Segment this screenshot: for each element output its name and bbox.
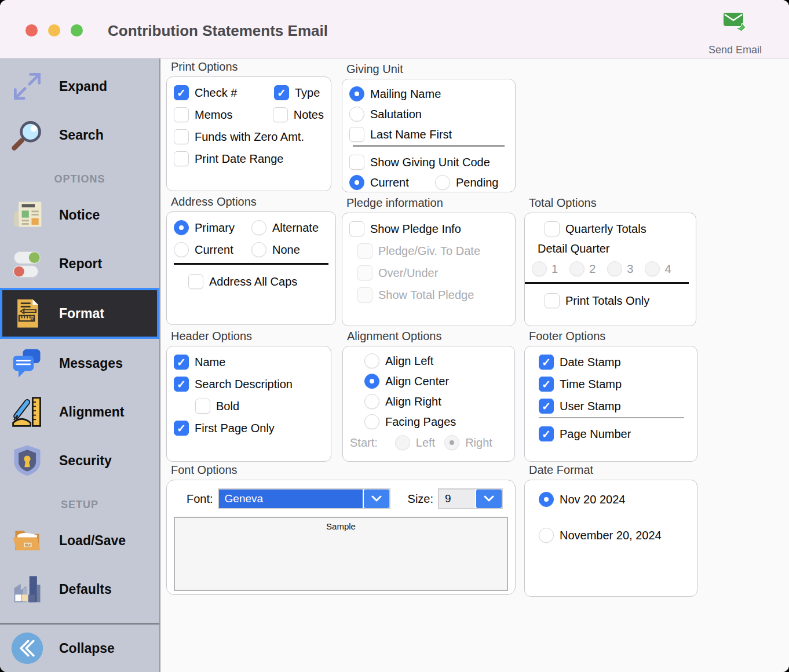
newspaper-icon	[8, 196, 46, 234]
radio-label: Pending	[456, 176, 498, 189]
sidebar-item-label: Format	[59, 306, 104, 322]
factory-chart-icon	[8, 570, 46, 608]
radio-pending-unit[interactable]	[435, 175, 450, 190]
radio-quarter-3[interactable]	[607, 261, 622, 276]
radio-date-long[interactable]	[539, 528, 554, 543]
send-email-icon	[722, 10, 748, 36]
radio-start-left[interactable]	[395, 435, 410, 450]
checkbox-search-description[interactable]: ✓	[174, 377, 189, 392]
sidebar-item-notice[interactable]: Notice	[0, 191, 159, 239]
checkbox-label: Search Description	[195, 378, 293, 391]
checkbox-bold[interactable]: ✓	[195, 399, 210, 414]
radio-align-left[interactable]	[364, 353, 379, 368]
checkbox-check-num[interactable]: ✓	[174, 85, 189, 100]
folder-icon	[8, 521, 46, 560]
radio-none-address[interactable]	[251, 242, 266, 257]
sidebar-item-format[interactable]: Format	[0, 288, 159, 339]
checkbox-time-stamp[interactable]: ✓	[539, 377, 554, 392]
radio-current-address[interactable]	[174, 242, 189, 257]
shield-icon	[8, 441, 46, 480]
checkbox-label: First Page Only	[195, 422, 275, 435]
divider	[525, 282, 689, 284]
sidebar-item-messages[interactable]: Messages	[0, 339, 159, 388]
window-title: Contribution Statements Email	[108, 22, 328, 40]
sidebar-item-load-save[interactable]: Load/Save	[0, 516, 159, 565]
checkbox-quarterly-totals[interactable]: ✓	[545, 221, 560, 236]
checkbox-name[interactable]: ✓	[174, 355, 189, 370]
font-sample-preview: Sample	[174, 517, 508, 591]
checkbox-label: Show Giving Unit Code	[370, 156, 490, 169]
checkbox-label: Type	[295, 86, 320, 100]
radio-primary-address[interactable]	[174, 220, 189, 235]
checkbox-page-number[interactable]: ✓	[539, 426, 554, 441]
checkbox-pledge-giv-to-date[interactable]: ✓	[357, 243, 372, 258]
panel-font-options: Font Options Font: Geneva Size: 9	[166, 463, 516, 595]
close-window-button[interactable]	[25, 24, 38, 36]
panel-title: Pledge information	[346, 196, 516, 210]
checkbox-label: User Stamp	[560, 400, 621, 413]
sidebar-item-defaults[interactable]: Defaults	[0, 565, 159, 613]
radio-mailing-name[interactable]	[349, 86, 364, 101]
sidebar-item-label: Messages	[59, 356, 123, 371]
sidebar-item-report[interactable]: Report	[0, 239, 159, 288]
checkbox-print-date-range[interactable]: ✓	[174, 151, 189, 166]
panel-date-format: Date Format Nov 20 2024 November 20, 202…	[524, 463, 697, 597]
radio-salutation[interactable]	[349, 107, 364, 122]
sidebar: Expand Search OPTIONS	[0, 59, 160, 672]
radio-align-right[interactable]	[364, 394, 379, 409]
checkbox-over-under[interactable]: ✓	[357, 265, 372, 280]
radio-quarter-2[interactable]	[569, 261, 585, 276]
radio-start-right[interactable]	[444, 435, 459, 450]
panel-title: Total Options	[529, 196, 696, 210]
checkbox-print-totals-only[interactable]: ✓	[545, 293, 560, 308]
sidebar-item-search[interactable]: Search	[0, 111, 159, 159]
radio-align-center[interactable]	[364, 374, 379, 389]
titlebar: Contribution Statements Email Send Email	[0, 0, 789, 59]
radio-date-short[interactable]	[539, 492, 554, 507]
checkbox-label: Page Number	[560, 428, 631, 441]
radio-label: 3	[627, 262, 633, 276]
checkbox-show-pledge-info[interactable]: ✓	[349, 221, 364, 236]
radio-quarter-1[interactable]	[532, 261, 547, 276]
radio-label: Mailing Name	[370, 87, 441, 101]
send-email-button[interactable]: Send Email	[697, 10, 773, 56]
chat-bubbles-icon	[8, 344, 46, 382]
minimize-window-button[interactable]	[48, 24, 60, 36]
radio-label: Align Left	[385, 355, 433, 368]
sidebar-item-alignment[interactable]: Alignment	[0, 388, 159, 436]
checkbox-last-name-first[interactable]: ✓	[349, 127, 364, 142]
sidebar-section-options: OPTIONS	[0, 167, 159, 191]
sidebar-item-security[interactable]: Security	[0, 436, 159, 485]
radio-facing-pages[interactable]	[364, 414, 379, 429]
zoom-window-button[interactable]	[71, 24, 83, 36]
radio-label: November 20, 2024	[560, 529, 662, 542]
checkbox-memos[interactable]: ✓	[174, 107, 189, 122]
checkbox-date-stamp[interactable]: ✓	[539, 355, 554, 370]
checkbox-show-giving-unit-code[interactable]: ✓	[349, 155, 364, 170]
radio-label: Primary	[195, 221, 235, 235]
checkbox-label: Show Pledge Info	[370, 222, 461, 236]
font-select[interactable]: Geneva	[218, 488, 390, 509]
panel-print-options: Print Options ✓ Check # ✓ Type ✓ Memos	[166, 60, 331, 191]
panel-pledge-information: Pledge information ✓ Show Pledge Info ✓ …	[342, 196, 516, 326]
radio-quarter-4[interactable]	[645, 261, 660, 276]
checkbox-user-stamp[interactable]: ✓	[539, 399, 554, 414]
checkbox-funds-zero[interactable]: ✓	[174, 129, 189, 144]
size-select[interactable]: 9	[438, 488, 503, 509]
radio-label: Nov 20 2024	[560, 493, 625, 506]
panel-title: Date Format	[529, 463, 697, 477]
checkbox-type[interactable]: ✓	[274, 85, 289, 100]
radio-label: None	[272, 243, 300, 257]
checkbox-address-all-caps[interactable]: ✓	[188, 274, 203, 289]
radio-current-unit[interactable]	[349, 175, 364, 190]
checkbox-first-page-only[interactable]: ✓	[174, 421, 189, 436]
sidebar-item-label: Alignment	[59, 404, 124, 420]
checkbox-show-total-pledge[interactable]: ✓	[357, 287, 372, 302]
sidebar-item-expand[interactable]: Expand	[0, 62, 159, 111]
radio-label: Salutation	[370, 108, 422, 121]
radio-alternate-address[interactable]	[251, 220, 266, 235]
divider	[539, 417, 684, 418]
sidebar-item-label: Report	[59, 256, 102, 272]
sidebar-collapse-button[interactable]: Collapse	[0, 624, 159, 672]
checkbox-notes[interactable]: ✓	[273, 107, 288, 122]
